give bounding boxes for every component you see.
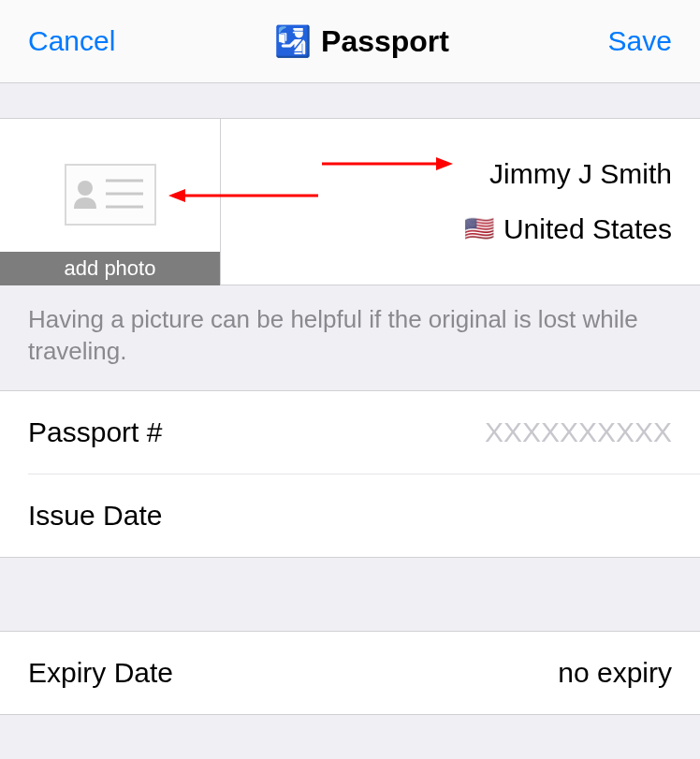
- title-text: Passport: [321, 24, 449, 59]
- add-photo-label: add photo: [0, 252, 220, 285]
- issue-date-label: Issue Date: [28, 500, 162, 532]
- annotation-arrow-left-icon: [168, 186, 318, 205]
- cancel-button[interactable]: Cancel: [28, 25, 115, 57]
- expiry-section: Expiry Date no expiry: [0, 631, 700, 715]
- expiry-date-row[interactable]: Expiry Date no expiry: [0, 632, 700, 714]
- id-card-icon: [65, 164, 156, 229]
- svg-marker-8: [168, 189, 185, 202]
- expiry-date-label: Expiry Date: [28, 657, 173, 689]
- save-button[interactable]: Save: [608, 25, 672, 57]
- annotation-arrow-right-icon: [322, 154, 453, 173]
- passport-number-label: Passport #: [28, 416, 162, 448]
- country-field[interactable]: 🇺🇸 United States: [221, 213, 672, 245]
- passport-icon: 🛂: [274, 23, 312, 59]
- header-bar: Cancel 🛂 Passport Save: [0, 0, 700, 83]
- passport-number-placeholder: XXXXXXXXXX: [485, 416, 672, 448]
- helper-text: Having a picture can be helpful if the o…: [0, 285, 700, 390]
- passport-fields-section: Passport # XXXXXXXXXX Issue Date: [0, 390, 700, 558]
- issue-date-row[interactable]: Issue Date: [0, 474, 700, 557]
- spacer: [0, 715, 700, 741]
- svg-marker-6: [436, 157, 453, 170]
- country-text: United States: [503, 213, 672, 245]
- photo-identity-section: add photo Jimmy J Smith 🇺🇸 United States: [0, 119, 700, 285]
- spacer: [0, 558, 700, 631]
- svg-point-1: [78, 181, 93, 196]
- flag-icon: 🇺🇸: [464, 214, 494, 243]
- page-title: 🛂 Passport: [274, 23, 449, 59]
- expiry-date-value: no expiry: [558, 657, 672, 689]
- spacer: [0, 83, 700, 119]
- passport-number-row[interactable]: Passport # XXXXXXXXXX: [0, 391, 700, 474]
- identity-info: Jimmy J Smith 🇺🇸 United States: [221, 119, 700, 285]
